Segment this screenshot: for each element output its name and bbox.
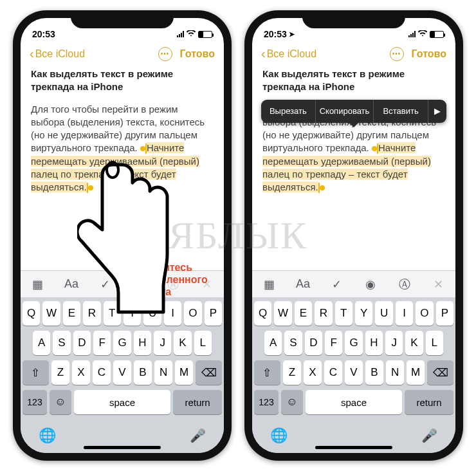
key-q[interactable]: Q (23, 301, 40, 326)
key-m[interactable]: M (407, 360, 425, 385)
globe-icon[interactable]: 🌐 (39, 427, 56, 444)
format-icon[interactable]: Aa (293, 277, 313, 291)
key-e[interactable]: E (63, 301, 80, 326)
key-u[interactable]: U (375, 301, 392, 326)
key-t[interactable]: T (335, 301, 352, 326)
backspace-key[interactable]: ⌫ (196, 360, 222, 385)
key-h[interactable]: H (134, 331, 151, 355)
key-n[interactable]: N (154, 360, 172, 385)
backspace-key[interactable]: ⌫ (427, 360, 453, 385)
return-key[interactable]: return (173, 390, 222, 414)
status-time: 20:53 (264, 29, 287, 39)
emoji-key[interactable]: ☺ (281, 390, 303, 414)
note-title: Как выделять текст в режиме трекпада на … (31, 68, 214, 94)
key-u[interactable]: U (143, 301, 161, 326)
key-s[interactable]: S (53, 331, 70, 355)
key-x[interactable]: X (304, 360, 322, 385)
format-icon[interactable]: Aa (61, 277, 82, 291)
key-k[interactable]: K (174, 331, 191, 355)
checklist-icon[interactable]: ✓ (327, 277, 347, 291)
key-c[interactable]: C (93, 360, 111, 385)
space-key[interactable]: space (306, 390, 402, 414)
copy-action[interactable]: Скопировать (316, 100, 374, 123)
key-p[interactable]: P (436, 301, 453, 326)
key-p[interactable]: P (205, 301, 222, 326)
key-e[interactable]: E (295, 301, 312, 326)
key-z[interactable]: Z (283, 360, 301, 385)
key-a[interactable]: A (33, 331, 50, 355)
key-f[interactable]: F (93, 331, 111, 355)
numbers-key[interactable]: 123 (254, 390, 279, 414)
key-g[interactable]: G (113, 331, 131, 355)
key-o[interactable]: O (416, 301, 433, 326)
more-actions-arrow-icon[interactable]: ▶ (428, 106, 446, 117)
key-j[interactable]: J (154, 331, 171, 355)
emoji-key[interactable]: ☺ (50, 390, 71, 414)
text-context-menu[interactable]: Вырезать Скопировать Вставить ▶ (261, 100, 446, 123)
key-b[interactable]: B (365, 360, 383, 385)
key-w[interactable]: W (42, 301, 60, 326)
key-v[interactable]: V (113, 360, 131, 385)
camera-icon[interactable]: ◉ (360, 277, 381, 291)
key-i[interactable]: I (164, 301, 181, 326)
home-indicator[interactable] (315, 446, 392, 449)
mic-icon[interactable]: 🎤 (421, 428, 437, 443)
cut-action[interactable]: Вырезать (261, 100, 316, 123)
more-icon[interactable]: ••• (390, 47, 404, 61)
key-y[interactable]: Y (124, 301, 141, 326)
numbers-key[interactable]: 123 (23, 390, 47, 414)
key-w[interactable]: W (274, 301, 291, 326)
key-l[interactable]: L (194, 331, 212, 355)
key-n[interactable]: N (386, 360, 404, 385)
key-q[interactable]: Q (254, 301, 271, 326)
note-editor[interactable]: Как выделять текст в режиме трекпада на … (252, 68, 455, 270)
key-j[interactable]: J (385, 331, 403, 355)
key-i[interactable]: I (396, 301, 413, 326)
close-keyboard-icon[interactable]: ✕ (428, 277, 449, 291)
key-r[interactable]: R (83, 301, 100, 326)
key-l[interactable]: L (426, 331, 443, 355)
paste-action[interactable]: Вставить (374, 100, 428, 123)
key-d[interactable]: D (73, 331, 91, 355)
key-f[interactable]: F (325, 331, 342, 355)
done-button[interactable]: Готово (412, 48, 446, 60)
shift-key[interactable]: ⇧ (254, 360, 280, 385)
back-button[interactable]: ‹ Все iCloud (30, 46, 85, 61)
key-m[interactable]: M (175, 360, 193, 385)
key-o[interactable]: O (184, 301, 201, 326)
key-c[interactable]: C (324, 360, 342, 385)
more-icon[interactable]: ••• (158, 47, 172, 61)
shift-key[interactable]: ⇧ (23, 360, 49, 385)
key-t[interactable]: T (104, 301, 121, 326)
key-d[interactable]: D (305, 331, 322, 355)
key-v[interactable]: V (345, 360, 363, 385)
signal-icon (177, 31, 184, 37)
key-y[interactable]: Y (355, 301, 372, 326)
checklist-icon[interactable]: ✓ (95, 277, 116, 291)
key-b[interactable]: B (134, 360, 152, 385)
back-button[interactable]: ‹ Все iCloud (261, 46, 316, 61)
home-indicator[interactable] (84, 446, 161, 449)
note-title: Как выделять текст в режиме трекпада на … (262, 68, 445, 94)
table-icon[interactable]: ▦ (259, 277, 279, 291)
keyboard[interactable]: QWERTYUIOP ASDFGHJKL ⇧ ZXCVBNM ⌫ 123 ☺ s… (252, 297, 455, 422)
key-h[interactable]: H (365, 331, 383, 355)
done-button[interactable]: Готово (180, 48, 215, 60)
key-k[interactable]: K (405, 331, 423, 355)
mic-icon[interactable]: 🎤 (190, 428, 206, 443)
key-g[interactable]: G (345, 331, 362, 355)
key-z[interactable]: Z (51, 360, 69, 385)
return-key[interactable]: return (405, 390, 453, 414)
globe-icon[interactable]: 🌐 (270, 427, 288, 444)
key-r[interactable]: R (315, 301, 332, 326)
key-row-3b-letters: ZXCVBNM (283, 360, 425, 385)
keyboard[interactable]: QWERTYUIOP ASDFGHJKL ⇧ ZXCVBNM ⌫ 123 ☺ s… (21, 297, 224, 422)
key-x[interactable]: X (72, 360, 90, 385)
key-row-3-letters: ZXCVBNM (51, 360, 193, 385)
space-key[interactable]: space (74, 390, 170, 414)
key-a[interactable]: A (264, 331, 282, 355)
key-s[interactable]: S (284, 331, 302, 355)
table-icon[interactable]: ▦ (27, 277, 48, 291)
note-editor[interactable]: Как выделять текст в режиме трекпада на … (21, 68, 224, 270)
markup-icon[interactable]: Ⓐ (394, 277, 415, 292)
